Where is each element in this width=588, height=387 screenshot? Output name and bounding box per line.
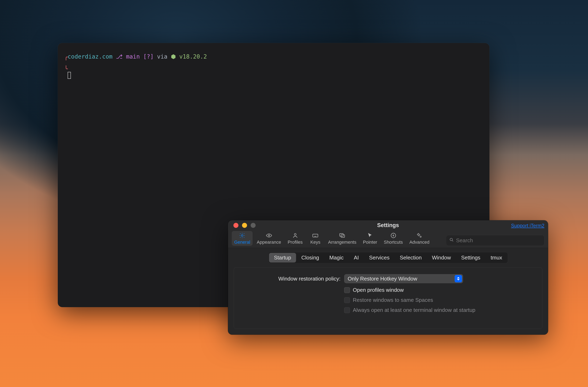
- settings-titlebar[interactable]: Settings Support iTerm2: [228, 220, 548, 230]
- tab-label: Keys: [310, 240, 320, 245]
- restore-spaces-label: Restore windows to same Spaces: [353, 297, 433, 303]
- subtab-closing[interactable]: Closing: [296, 253, 324, 263]
- tab-advanced[interactable]: Advanced: [407, 231, 432, 246]
- person-icon: [292, 232, 299, 239]
- restoration-select[interactable]: Only Restore Hotkey Window: [344, 274, 463, 283]
- startup-panel: Window restoration policy: Only Restore …: [234, 267, 542, 329]
- cwd: coderdiaz.com: [68, 53, 112, 60]
- tab-appearance[interactable]: Appearance: [254, 231, 284, 246]
- via-text: via: [157, 53, 168, 60]
- prompt-line: coderdiaz.com ⎇ main [?] via ⬢ v18.20.2: [68, 53, 480, 60]
- svg-rect-3: [313, 234, 318, 237]
- subtab-services[interactable]: Services: [364, 253, 395, 263]
- search-field[interactable]: [456, 237, 541, 244]
- git-branch: main: [126, 53, 140, 60]
- tab-label: Arrangements: [328, 240, 356, 245]
- tab-profiles[interactable]: Profiles: [285, 231, 305, 246]
- svg-point-0: [241, 235, 243, 237]
- subtab-selection[interactable]: Selection: [395, 253, 427, 263]
- eye-icon: [266, 232, 273, 239]
- settings-title: Settings: [228, 222, 548, 228]
- prompt-bracket-bottom-icon: ╰: [64, 65, 68, 72]
- windows-icon: [339, 232, 346, 239]
- minimize-button[interactable]: [242, 223, 247, 228]
- bolt-circle-icon: [390, 232, 397, 239]
- cursor-icon: [68, 72, 71, 79]
- svg-rect-5: [341, 235, 345, 237]
- open-profiles-checkbox[interactable]: [344, 287, 350, 293]
- restoration-value: Only Restore Hotkey Window: [348, 276, 417, 282]
- svg-point-1: [268, 235, 270, 236]
- subtab-settings[interactable]: Settings: [456, 253, 485, 263]
- always-open-checkbox: [344, 307, 350, 313]
- restore-spaces-checkbox: [344, 297, 350, 303]
- pointer-icon: [367, 232, 374, 239]
- maximize-button[interactable]: [251, 223, 256, 228]
- tab-label: General: [234, 240, 250, 245]
- chevron-up-down-icon: [455, 275, 462, 282]
- keyboard-icon: [312, 232, 319, 239]
- tab-arrangements[interactable]: Arrangements: [326, 231, 359, 246]
- tab-keys[interactable]: Keys: [307, 231, 324, 246]
- tab-pointer[interactable]: Pointer: [360, 231, 380, 246]
- subtab-window[interactable]: Window: [427, 253, 456, 263]
- tab-label: Profiles: [288, 240, 303, 245]
- svg-point-9: [450, 238, 453, 241]
- tab-label: Pointer: [363, 240, 377, 245]
- svg-point-7: [418, 234, 420, 235]
- settings-toolbar: General Appearance Profiles Keys: [228, 230, 548, 248]
- svg-point-2: [294, 233, 296, 235]
- prompt-bracket-top-icon: ╭: [64, 54, 68, 61]
- restoration-label: Window restoration policy:: [242, 276, 340, 282]
- tab-general[interactable]: General: [232, 231, 252, 246]
- traffic-lights: [228, 223, 256, 228]
- tab-label: Appearance: [257, 240, 281, 245]
- settings-body: Startup Closing Magic AI Services Select…: [228, 248, 548, 335]
- subtabs: Startup Closing Magic AI Services Select…: [268, 252, 508, 263]
- gears-icon: [416, 232, 423, 239]
- node-hex-icon: ⬢: [171, 53, 176, 60]
- git-branch-icon: ⎇: [116, 53, 123, 60]
- subtab-startup[interactable]: Startup: [269, 253, 296, 263]
- node-version: v18.20.2: [179, 53, 207, 60]
- search-icon: [449, 237, 454, 244]
- subtab-ai[interactable]: AI: [349, 253, 364, 263]
- tab-label: Shortcuts: [384, 240, 403, 245]
- prompt: ╭ coderdiaz.com ⎇ main [?] via ⬢ v18.20.…: [68, 53, 480, 67]
- support-link[interactable]: Support iTerm2: [511, 223, 544, 228]
- tab-shortcuts[interactable]: Shortcuts: [381, 231, 405, 246]
- svg-rect-4: [340, 234, 343, 236]
- subtab-magic[interactable]: Magic: [325, 253, 349, 263]
- gear-icon: [239, 232, 246, 239]
- search-input[interactable]: [446, 235, 544, 246]
- svg-point-8: [420, 236, 421, 237]
- git-status: [?]: [143, 53, 154, 60]
- open-profiles-label: Open profiles window: [353, 287, 404, 293]
- settings-window: Settings Support iTerm2 General Appearan…: [228, 220, 548, 335]
- desktop: ╭ coderdiaz.com ⎇ main [?] via ⬢ v18.20.…: [0, 0, 588, 387]
- close-button[interactable]: [233, 223, 238, 228]
- always-open-label: Always open at least one terminal window…: [353, 307, 475, 313]
- subtab-tmux[interactable]: tmux: [486, 253, 507, 263]
- tab-label: Advanced: [409, 240, 429, 245]
